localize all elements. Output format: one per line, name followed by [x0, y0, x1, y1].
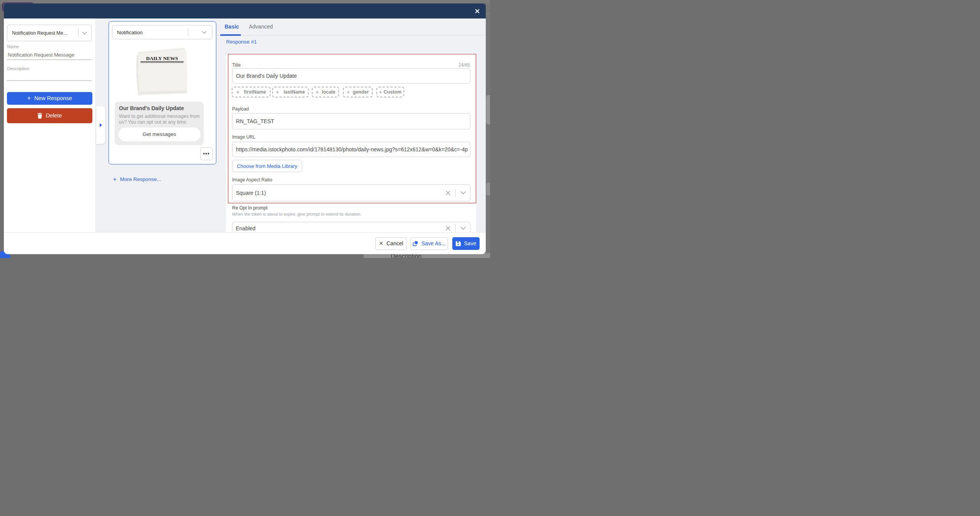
- svg-text:DAILY NEWS: DAILY NEWS: [146, 55, 178, 61]
